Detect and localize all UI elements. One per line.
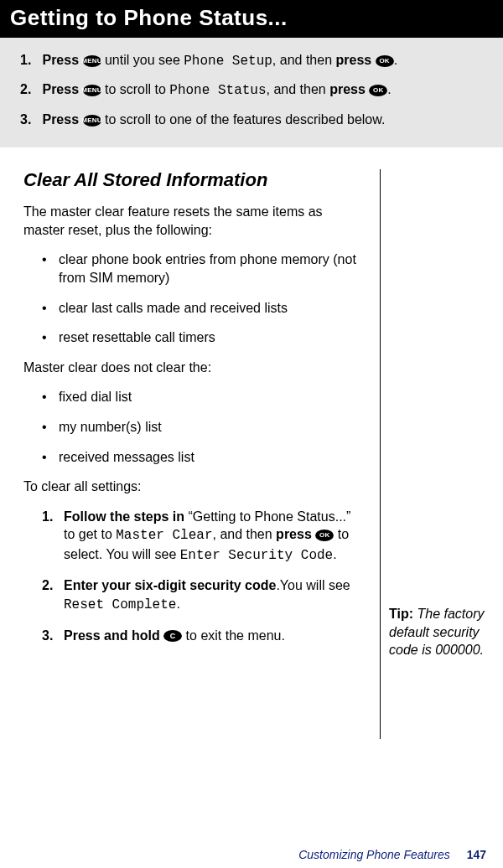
ok-button-icon: OK [369, 85, 387, 96]
step-text: .You will see [276, 578, 350, 592]
list-item: • clear phone book entries from phone me… [23, 251, 365, 287]
step-number: 1. [20, 51, 39, 70]
tip-block: Tip: The factory default security code i… [389, 605, 486, 659]
step-text-bold: press [276, 527, 315, 541]
menu-button-icon: MENU [83, 115, 101, 127]
top-step-2: 2. Press MENU to scroll to Phone Status,… [20, 80, 483, 100]
instruction-box: 1. Press MENU until you see Phone Setup,… [0, 38, 503, 147]
content-area: Clear All Stored Information The master … [0, 147, 503, 739]
step-text-bold: Press [42, 82, 82, 96]
step-text-bold: Press and hold [64, 628, 163, 643]
lcd-text: Master Clear [116, 528, 212, 543]
step-text: . [176, 597, 179, 611]
footer-section-name: Customizing Phone Features [298, 848, 450, 861]
bullet-text: clear phone book entries from phone memo… [59, 251, 365, 287]
bullet-icon: • [42, 388, 59, 406]
step-body: Enter your six-digit security code.You w… [64, 576, 365, 614]
bottom-step-2: 2. Enter your six-digit security code.Yo… [23, 576, 365, 614]
list-item: • reset resettable call timers [23, 328, 365, 347]
bullet-text: clear last calls made and received lists [59, 299, 288, 318]
step-text: to scroll to [101, 82, 170, 96]
footer-page-number: 147 [467, 848, 486, 861]
bullet-text: my number(s) list [59, 418, 162, 437]
intro-paragraph: The master clear feature resets the same… [23, 203, 365, 239]
c-button-icon: C [163, 630, 182, 642]
bullet-text: received messages list [59, 448, 194, 467]
step-text-bold: Press [42, 112, 82, 127]
step-text-bold: Follow the steps in [64, 509, 184, 524]
lcd-text: Phone Setup [184, 54, 272, 69]
menu-button-icon: MENU [83, 85, 101, 96]
ok-button-icon: OK [315, 530, 334, 541]
mid-paragraph: Master clear does not clear the: [23, 359, 365, 377]
step-text-bold: press [335, 53, 375, 67]
step-text: , and then [267, 82, 330, 96]
bullet-icon: • [42, 448, 59, 467]
step-number: 2. [20, 80, 39, 99]
step-number: 3. [42, 627, 64, 645]
lcd-text: Enter Security Code [180, 548, 333, 563]
section-header: Getting to Phone Status... [0, 0, 503, 38]
step-text-bold: press [329, 82, 369, 96]
step-body: Press and hold C to exit the menu. [64, 627, 285, 645]
step-number: 3. [20, 111, 39, 129]
list-item: • fixed dial list [23, 388, 365, 406]
side-column: Tip: The factory default security code i… [381, 169, 486, 739]
tip-label: Tip: [389, 607, 413, 621]
step-text: to exit the menu. [182, 628, 285, 643]
list-item: • received messages list [23, 448, 365, 467]
page-footer: Customizing Phone Features 147 [298, 848, 486, 861]
step-number: 1. [42, 508, 64, 566]
step-text: . [387, 82, 391, 96]
step-text-bold: Press [42, 53, 82, 67]
main-column: Clear All Stored Information The master … [23, 169, 381, 739]
clear-paragraph: To clear all settings: [23, 478, 365, 496]
lcd-text: Phone Status [169, 83, 266, 98]
subsection-heading: Clear All Stored Information [23, 169, 365, 191]
step-text-bold: Enter your six-digit security code [64, 578, 276, 592]
step-text: . [333, 547, 336, 561]
menu-button-icon: MENU [83, 55, 101, 67]
top-step-3: 3. Press MENU to scroll to one of the fe… [20, 111, 483, 129]
bullet-icon: • [42, 299, 59, 318]
lcd-text: Reset Complete [64, 597, 176, 612]
step-text: , and then [272, 53, 336, 67]
step-body: Follow the steps in “Getting to Phone St… [64, 508, 365, 566]
bullet-text: fixed dial list [59, 388, 132, 406]
bottom-step-1: 1. Follow the steps in “Getting to Phone… [23, 508, 365, 566]
step-text: . [394, 53, 397, 67]
bullet-icon: • [42, 328, 59, 347]
list-item: • my number(s) list [23, 418, 365, 437]
step-number: 2. [42, 576, 64, 614]
header-title: Getting to Phone Status... [10, 5, 288, 30]
step-text: , and then [212, 527, 276, 541]
bullet-icon: • [42, 251, 59, 287]
step-text: until you see [101, 53, 184, 67]
top-step-1: 1. Press MENU until you see Phone Setup,… [20, 51, 483, 70]
bullet-icon: • [42, 418, 59, 437]
ok-button-icon: OK [376, 55, 394, 67]
bottom-step-3: 3. Press and hold C to exit the menu. [23, 627, 365, 645]
step-text: to scroll to one of the features describ… [101, 112, 386, 127]
list-item: • clear last calls made and received lis… [23, 299, 365, 318]
bullet-text: reset resettable call timers [59, 328, 215, 347]
